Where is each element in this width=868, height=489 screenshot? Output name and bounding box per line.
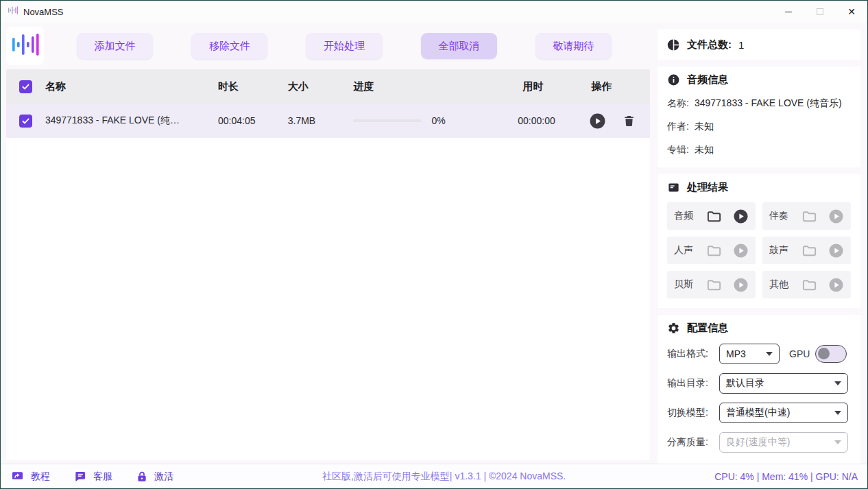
tutorial-label: 教程 bbox=[31, 470, 50, 483]
row-size: 3.7MB bbox=[288, 115, 354, 126]
cancel-all-button[interactable]: 全部取消 bbox=[421, 33, 497, 59]
row-play-button[interactable] bbox=[589, 112, 606, 130]
chevron-down-icon bbox=[834, 381, 841, 385]
gpu-label: GPU bbox=[789, 348, 810, 359]
remove-file-button[interactable]: 移除文件 bbox=[191, 33, 267, 59]
total-files-value: 1 bbox=[738, 39, 744, 51]
row-duration: 00:04:05 bbox=[218, 115, 288, 126]
result-item-vocals: 人声 bbox=[667, 237, 756, 264]
select-all-checkbox[interactable] bbox=[19, 80, 32, 93]
statusbar: 教程 客服 激活 社区版,激活后可使用专业模型| v1.3.1 | ©2024 … bbox=[1, 464, 867, 488]
minimize-button[interactable]: ─ bbox=[773, 1, 804, 23]
result-item-drums: 鼓声 bbox=[762, 237, 851, 264]
folder-open-icon bbox=[801, 243, 817, 259]
output-format-select[interactable]: MP3 bbox=[719, 344, 780, 364]
maximize-button[interactable]: ☐ bbox=[804, 1, 836, 23]
window-controls: ─ ☐ ✕ bbox=[773, 1, 867, 23]
support-link[interactable]: 客服 bbox=[73, 470, 112, 484]
result-item-other: 其他 bbox=[762, 271, 851, 298]
system-stats: CPU: 4% | Mem: 41% | GPU: N/A bbox=[714, 471, 858, 482]
header-name: 名称 bbox=[45, 80, 218, 93]
play-icon bbox=[733, 243, 749, 259]
version-info: 社区版,激活后可使用专业模型| v1.3.1 | ©2024 NovaMSS. bbox=[322, 470, 566, 483]
result-label: 鼓声 bbox=[769, 244, 788, 257]
titlebar-left: NovaMSS bbox=[8, 5, 64, 19]
chevron-down-icon bbox=[766, 352, 773, 356]
output-dir-value: 默认目录 bbox=[726, 377, 764, 390]
model-row: 切换模型: 普通模型(中速) bbox=[667, 403, 851, 423]
quality-value: 良好(速度中等) bbox=[726, 436, 790, 449]
model-select[interactable]: 普通模型(中速) bbox=[719, 403, 848, 423]
config-title: 配置信息 bbox=[687, 322, 728, 335]
result-label: 伴奏 bbox=[769, 210, 788, 222]
header-actions: 操作 bbox=[575, 80, 650, 93]
result-label: 贝斯 bbox=[674, 278, 693, 291]
progress-percent: 0% bbox=[431, 115, 445, 126]
content-area: 添加文件 移除文件 开始处理 全部取消 敬请期待 名称 时长 大小 bbox=[1, 23, 867, 464]
titlebar: NovaMSS ─ ☐ ✕ bbox=[1, 1, 867, 23]
audio-artist-label: 作者: bbox=[667, 121, 689, 133]
result-item-audio: 音频 bbox=[667, 202, 756, 230]
play-icon bbox=[828, 243, 844, 259]
activate-label: 激活 bbox=[154, 470, 173, 483]
result-label: 人声 bbox=[674, 244, 693, 257]
result-item-bass: 贝斯 bbox=[667, 271, 756, 298]
output-format-label: 输出格式: bbox=[667, 348, 719, 360]
app-waveform-icon-small bbox=[8, 5, 19, 19]
results-grid: 音频 伴奏 bbox=[667, 202, 851, 298]
table-body-empty bbox=[6, 138, 650, 460]
audio-album-field: 专辑: 未知 bbox=[667, 144, 851, 156]
window-title: NovaMSS bbox=[23, 7, 64, 17]
info-icon bbox=[667, 73, 680, 86]
result-item-accompaniment: 伴奏 bbox=[762, 202, 851, 230]
folder-open-icon[interactable] bbox=[706, 208, 722, 224]
header-duration: 时长 bbox=[218, 80, 288, 93]
table-header-row: 名称 时长 大小 进度 用时 操作 bbox=[6, 69, 650, 104]
folder-open-icon bbox=[801, 277, 817, 293]
row-elapsed: 00:00:00 bbox=[498, 115, 575, 126]
audio-artist-value: 未知 bbox=[695, 121, 714, 133]
tutorial-link[interactable]: 教程 bbox=[10, 470, 50, 483]
toolbar: 添加文件 移除文件 开始处理 全部取消 敬请期待 bbox=[6, 23, 650, 69]
audio-album-value: 未知 bbox=[695, 144, 714, 156]
audio-name-label: 名称: bbox=[667, 97, 689, 110]
header-progress: 进度 bbox=[353, 80, 498, 93]
lock-icon bbox=[136, 470, 148, 484]
total-files-card: 文件总数: 1 bbox=[658, 29, 860, 60]
row-delete-button[interactable] bbox=[623, 114, 636, 128]
header-size: 大小 bbox=[288, 80, 354, 93]
audio-name-field: 名称: 349771833 - FAKE LOVE (纯音乐) bbox=[667, 97, 851, 110]
close-button[interactable]: ✕ bbox=[836, 1, 867, 23]
model-value: 普通模型(中速) bbox=[726, 407, 790, 419]
audio-name-value: 349771833 - FAKE LOVE (纯音乐) bbox=[695, 97, 842, 110]
quality-select: 良好(速度中等) bbox=[719, 432, 848, 453]
play-icon bbox=[733, 277, 749, 293]
table-row[interactable]: 349771833 - FAKE LOVE (纯… 00:04:05 3.7MB… bbox=[6, 104, 650, 138]
audio-artist-field: 作者: 未知 bbox=[667, 121, 851, 133]
row-file-name: 349771833 - FAKE LOVE (纯… bbox=[45, 115, 218, 127]
support-label: 客服 bbox=[93, 470, 112, 483]
pie-chart-icon bbox=[667, 38, 680, 51]
output-dir-select[interactable]: 默认目录 bbox=[719, 373, 848, 394]
play-icon[interactable] bbox=[733, 208, 749, 224]
gpu-toggle[interactable] bbox=[815, 345, 847, 363]
sidebar: 文件总数: 1 音频信息 名称: 349771833 - FAKE LOVE (… bbox=[658, 29, 860, 464]
activate-link[interactable]: 激活 bbox=[136, 470, 173, 484]
gear-icon bbox=[667, 322, 680, 335]
header-elapsed: 用时 bbox=[498, 80, 575, 93]
left-column: 添加文件 移除文件 开始处理 全部取消 敬请期待 名称 时长 大小 bbox=[1, 23, 650, 460]
audio-info-title: 音频信息 bbox=[687, 73, 728, 86]
start-processing-button[interactable]: 开始处理 bbox=[306, 33, 382, 59]
waveform-logo-icon bbox=[10, 29, 40, 62]
file-table: 名称 时长 大小 进度 用时 操作 349771833 - FAKE LOVE … bbox=[6, 69, 650, 460]
folder-open-icon bbox=[801, 208, 817, 224]
folder-open-icon bbox=[706, 277, 722, 293]
add-file-button[interactable]: 添加文件 bbox=[77, 33, 153, 59]
coming-soon-button[interactable]: 敬请期待 bbox=[535, 33, 612, 59]
app-window: NovaMSS ─ ☐ ✕ bbox=[0, 0, 868, 489]
chevron-down-icon bbox=[834, 411, 841, 415]
row-checkbox[interactable] bbox=[19, 115, 32, 128]
toggle-knob bbox=[818, 348, 830, 359]
tutorial-icon bbox=[10, 470, 25, 483]
output-dir-row: 输出目录: 默认目录 bbox=[667, 373, 851, 394]
